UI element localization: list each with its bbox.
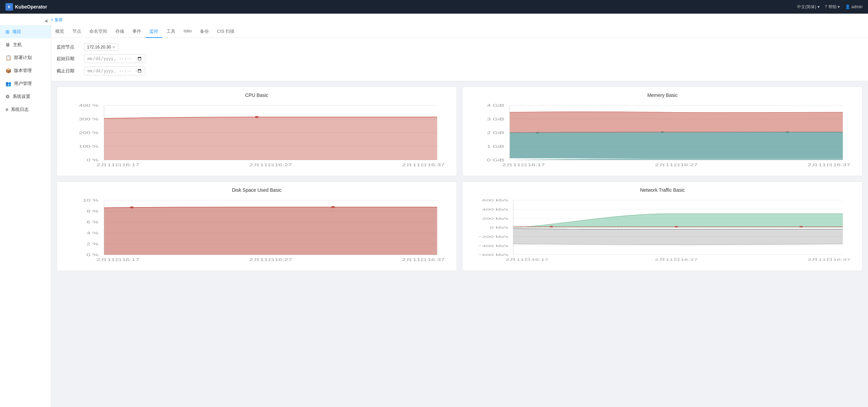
charts-grid: CPU Basic 400 % <box>57 87 863 271</box>
memory-chart-title: Memery Basic <box>468 92 857 98</box>
memory-chart-card: Memery Basic 4 GiB 3 GiB <box>462 87 863 176</box>
disk-chart-title: Disk Space Used Basic <box>62 187 451 193</box>
filter-row-node: 监控节点 172.16.20.30 ✕ <box>57 43 863 51</box>
cpu-chart-svg: 400 % 300 % 200 % 100 % 0 % <box>62 102 451 170</box>
sidebar-item-hosts[interactable]: 🖥 主机 <box>0 38 51 51</box>
tab-nodes[interactable]: 节点 <box>68 25 85 38</box>
svg-text:2月11日16:17: 2月11日16:17 <box>506 258 549 261</box>
svg-text:−200 kb/s: −200 kb/s <box>478 235 508 238</box>
svg-point-45 <box>130 206 134 208</box>
tab-namespaces[interactable]: 命名空间 <box>85 25 111 38</box>
sidebar-collapse-button[interactable]: ◀ <box>44 18 48 24</box>
svg-point-11 <box>255 116 259 118</box>
svg-point-46 <box>331 206 335 208</box>
svg-text:400 %: 400 % <box>79 104 99 107</box>
svg-text:8 %: 8 % <box>87 209 99 213</box>
svg-text:10 %: 10 % <box>83 199 98 202</box>
svg-text:200 %: 200 % <box>79 131 99 135</box>
breadcrumb[interactable]: < 集群 <box>51 14 868 25</box>
settings-icon: ⚙ <box>5 94 10 99</box>
sidebar-item-label: 系统设置 <box>13 93 30 100</box>
user-icon: 👥 <box>5 81 11 86</box>
svg-text:200 kb/s: 200 kb/s <box>482 217 508 220</box>
svg-point-67 <box>799 226 803 228</box>
svg-text:0 %: 0 % <box>87 253 99 257</box>
cpu-chart: 400 % 300 % 200 % 100 % 0 % <box>62 102 451 170</box>
svg-text:−600 kb/s: −600 kb/s <box>478 253 508 257</box>
tab-backup[interactable]: 备份 <box>196 25 213 38</box>
sidebar-item-logs[interactable]: ≡ 系统日志 <box>0 103 51 116</box>
tab-tools[interactable]: 工具 <box>162 25 179 38</box>
svg-text:2月11日16:27: 2月11日16:27 <box>655 163 698 167</box>
end-date-control <box>84 67 145 75</box>
cpu-chart-title: CPU Basic <box>62 92 451 98</box>
svg-text:300 %: 300 % <box>79 117 99 121</box>
svg-text:0 kb/s: 0 kb/s <box>490 226 508 229</box>
svg-text:600 kb/s: 600 kb/s <box>482 199 508 202</box>
svg-text:6 %: 6 % <box>87 220 99 224</box>
monitor-node-label: 监控节点 <box>57 44 84 50</box>
svg-text:2月11日16:27: 2月11日16:27 <box>655 258 698 261</box>
svg-text:1 GiB: 1 GiB <box>487 145 504 148</box>
disk-chart: 10 % 8 % 6 % 4 % 2 % 0 % <box>62 197 451 265</box>
end-date-label: 截止日期 <box>57 68 84 74</box>
svg-text:2月11日16:17: 2月11日16:17 <box>97 163 140 167</box>
svg-text:2月11日16:27: 2月11日16:27 <box>249 163 292 167</box>
sidebar-item-user-mgmt[interactable]: 👥 用户管理 <box>0 77 51 90</box>
sidebar-item-label: 部署计划 <box>14 55 32 61</box>
memory-chart-svg: 4 GiB 3 GiB 2 GiB 1 GiB 0 GiB <box>468 102 857 170</box>
svg-text:−400 kb/s: −400 kb/s <box>478 244 508 247</box>
tab-monitor[interactable]: 监控 <box>145 25 162 38</box>
network-chart-title: Network Traffic Basic <box>468 187 857 193</box>
disk-chart-card: Disk Space Used Basic 10 % <box>57 181 457 271</box>
version-icon: 📦 <box>5 68 11 73</box>
logs-icon: ≡ <box>5 107 8 112</box>
tab-cis-scan[interactable]: CIS 扫描 <box>213 25 238 38</box>
sidebar-item-settings[interactable]: ⚙ 系统设置 <box>0 90 51 103</box>
svg-text:2 GiB: 2 GiB <box>487 131 504 135</box>
network-chart: 600 kb/s 400 kb/s 200 kb/s 0 kb/s −200 k… <box>468 197 857 265</box>
node-clear-button[interactable]: ✕ <box>112 45 115 49</box>
content-area: 监控节点 172.16.20.30 ✕ 起始日期 截止日期 <box>51 38 868 276</box>
tab-storage[interactable]: 存储 <box>111 25 128 38</box>
svg-text:100 %: 100 % <box>79 145 99 148</box>
sidebar-item-version-mgmt[interactable]: 📦 版本管理 <box>0 64 51 77</box>
tab-events[interactable]: 事件 <box>128 25 145 38</box>
svg-text:2 %: 2 % <box>87 242 99 246</box>
app-name: KubeOperator <box>15 4 47 10</box>
sidebar-item-label: 系统日志 <box>11 106 29 113</box>
svg-text:3 GiB: 3 GiB <box>487 117 504 121</box>
svg-text:400 kb/s: 400 kb/s <box>482 208 508 211</box>
deploy-icon: 📋 <box>5 55 11 60</box>
svg-text:2月11日16:37: 2月11日16:37 <box>808 163 851 167</box>
svg-text:2月11日16:37: 2月11日16:37 <box>402 258 445 262</box>
node-select[interactable]: 172.16.20.30 ✕ <box>84 43 118 51</box>
svg-point-65 <box>550 226 553 228</box>
start-date-control <box>84 54 145 63</box>
start-date-label: 起始日期 <box>57 56 84 62</box>
sidebar-item-label: 主机 <box>13 42 22 48</box>
topbar-right: 中文(简体) ▾ ? 帮助 ▾ 👤 admin <box>797 4 863 10</box>
help-button[interactable]: ? 帮助 ▾ <box>825 4 840 10</box>
cpu-chart-card: CPU Basic 400 % <box>57 87 457 176</box>
sidebar-item-deploy-plan[interactable]: 📋 部署计划 <box>0 51 51 64</box>
end-date-input[interactable] <box>84 67 145 75</box>
start-date-input[interactable] <box>84 54 145 63</box>
hosts-icon: 🖥 <box>5 42 10 47</box>
svg-text:0 %: 0 % <box>87 158 99 162</box>
sidebar: ◀ ⊞ 项目 🖥 主机 📋 部署计划 📦 版本管理 👥 用户管理 ⚙ 系统设置 … <box>0 14 51 407</box>
filter-section: 监控节点 172.16.20.30 ✕ 起始日期 截止日期 <box>51 38 868 81</box>
sidebar-item-label: 项目 <box>12 29 21 35</box>
tab-istio[interactable]: Istio <box>179 25 196 38</box>
network-chart-card: Network Traffic Basic <box>462 181 863 271</box>
sidebar-item-projects[interactable]: ⊞ 项目 <box>0 25 51 38</box>
language-selector[interactable]: 中文(简体) ▾ <box>797 4 819 10</box>
svg-text:2月11日16:37: 2月11日16:37 <box>402 163 445 167</box>
user-menu[interactable]: 👤 admin <box>845 4 863 9</box>
tab-overview[interactable]: 概览 <box>51 25 68 38</box>
app-logo: K KubeOperator <box>5 3 47 11</box>
page-header: < 集群 概览 节点 命名空间 存储 事件 监控 工具 Istio 备份 CIS… <box>51 14 868 38</box>
svg-text:4 %: 4 % <box>87 231 99 235</box>
logo-icon: K <box>5 3 13 11</box>
svg-text:2月11日16:17: 2月11日16:17 <box>502 163 545 167</box>
